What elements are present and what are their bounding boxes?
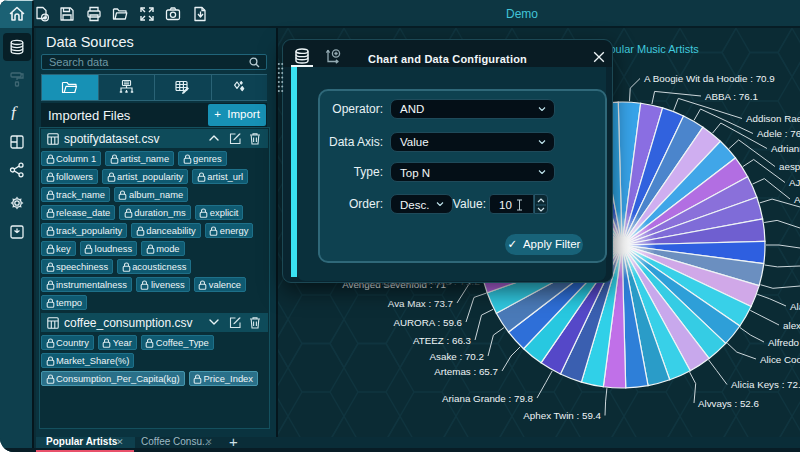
svg-text:f: f xyxy=(11,104,18,120)
svg-text:Akon : 70.1: Akon : 70.1 xyxy=(794,194,800,205)
svg-text:Alfredo Olivas : 62: Alfredo Olivas : 62 xyxy=(768,337,800,348)
svg-text:alex_g : 61.4: alex_g : 61.4 xyxy=(783,320,800,331)
svg-text:ABBA : 76.1: ABBA : 76.1 xyxy=(705,91,758,102)
svg-text:Alvvays : 52.6: Alvvays : 52.6 xyxy=(698,398,760,409)
svg-text:Adrianne Lenker : 68: Adrianne Lenker : 68 xyxy=(771,143,800,154)
svg-text:Addison Rae : 57: Addison Rae : 57 xyxy=(746,113,800,124)
svg-text:Alan Walker : 65: Alan Walker : 65 xyxy=(790,301,800,312)
svg-text:A Boogie Wit da Hoodie : 70.9: A Boogie Wit da Hoodie : 70.9 xyxy=(644,73,775,84)
svg-text:Ariana Grande : 79.8: Ariana Grande : 79.8 xyxy=(442,393,534,404)
svg-text:Artemas : 65.7: Artemas : 65.7 xyxy=(434,366,498,377)
svg-text:AJR : 64.3: AJR : 64.3 xyxy=(789,177,800,188)
svg-text:ATEEZ : 66.3: ATEEZ : 66.3 xyxy=(413,335,472,346)
svg-text:Alicia Keys : 72.4: Alicia Keys : 72.4 xyxy=(731,379,800,390)
svg-text:Ava Max : 73.7: Ava Max : 73.7 xyxy=(388,298,453,309)
svg-text:Asake : 70.2: Asake : 70.2 xyxy=(430,351,484,362)
svg-text:AURORA : 59.6: AURORA : 59.6 xyxy=(393,317,462,328)
svg-text:Alice Cooper : 58: Alice Cooper : 58 xyxy=(760,354,800,365)
svg-text:Aphex Twin : 59.4: Aphex Twin : 59.4 xyxy=(523,410,601,421)
svg-text:Adele : 76.55: Adele : 76.55 xyxy=(757,128,800,139)
svg-text:aespa : 66.2: aespa : 66.2 xyxy=(779,161,800,172)
